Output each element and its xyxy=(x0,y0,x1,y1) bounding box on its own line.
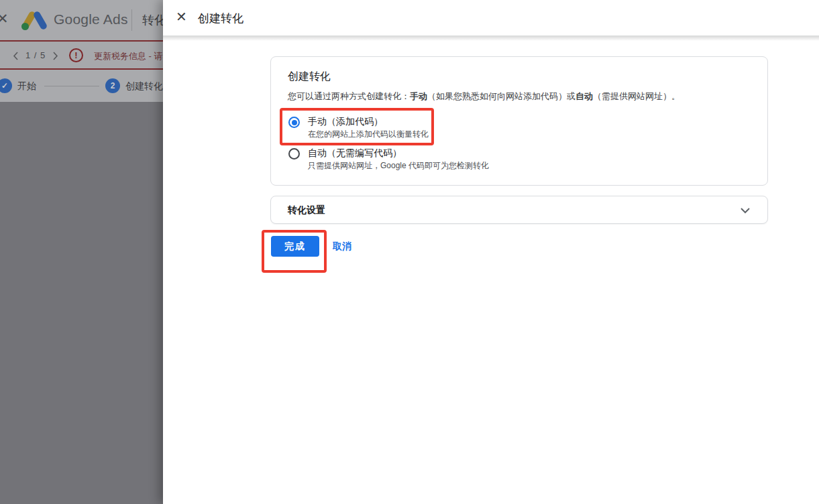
step-done-check-icon: ✓ xyxy=(0,78,12,93)
radio-auto[interactable] xyxy=(288,148,300,160)
alert-banner: 1 / 5 ! 更新税务信息 - 请检查 xyxy=(0,40,163,70)
card-title: 创建转化 xyxy=(288,70,331,84)
step-label-create-conversion: 创建转化操作 xyxy=(125,80,163,92)
conversion-method-card: 创建转化 您可以通过两种方式创建转化：手动（如果您熟悉如何向网站添加代码）或自动… xyxy=(270,56,768,186)
topbar-divider xyxy=(131,9,132,31)
radio-selected-dot xyxy=(292,120,297,125)
create-conversion-panel: ✕ 创建转化 创建转化 您可以通过两种方式创建转化：手动（如果您熟悉如何向网站添… xyxy=(163,0,819,504)
desc-part: （需提供网站网址）。 xyxy=(593,91,680,101)
warning-icon: ! xyxy=(69,48,83,62)
chevron-right-icon[interactable] xyxy=(51,51,59,64)
close-icon[interactable]: ✕ xyxy=(176,10,187,23)
cancel-link[interactable]: 取消 xyxy=(333,241,351,253)
done-button[interactable]: 完成 xyxy=(271,236,319,257)
desc-bold-manual: 手动 xyxy=(410,91,427,101)
card-description: 您可以通过两种方式创建转化：手动（如果您熟悉如何向网站添加代码）或自动（需提供网… xyxy=(288,90,680,103)
dimmed-workspace xyxy=(0,102,163,504)
desc-part: （如果您熟悉如何向网站添加代码）或 xyxy=(427,91,576,101)
screen: ✕ Google Ads 转化 1 / 5 ! 更新税务信息 - 请检查 ✓ 开… xyxy=(0,0,819,504)
alert-message[interactable]: 更新税务信息 - 请检查 xyxy=(94,50,163,62)
conversion-settings-expander[interactable]: 转化设置 xyxy=(270,196,768,224)
option-auto-description: 只需提供网站网址，Google 代码即可为您检测转化 xyxy=(308,160,489,172)
option-manual-description: 在您的网站上添加代码以衡量转化 xyxy=(308,129,429,140)
chevron-down-icon[interactable] xyxy=(740,205,751,216)
desc-bold-auto: 自动 xyxy=(576,91,593,101)
app-topbar: ✕ Google Ads 转化 xyxy=(0,0,163,40)
panel-title: 创建转化 xyxy=(198,11,243,26)
desc-part: 您可以通过两种方式创建转化： xyxy=(288,91,410,101)
radio-manual[interactable] xyxy=(288,117,300,128)
action-row: 完成 取消 xyxy=(163,224,819,284)
step-progress-bar: ✓ 开始 2 创建转化操作 xyxy=(0,70,163,102)
settings-label: 转化设置 xyxy=(288,204,325,216)
step-2-badge: 2 xyxy=(105,78,120,93)
topbar-nav-conversions[interactable]: 转化 xyxy=(142,12,163,28)
google-ads-logo-icon xyxy=(22,11,48,30)
alert-pagination: 1 / 5 xyxy=(25,50,46,60)
step-connector xyxy=(44,86,99,86)
panel-header: ✕ 创建转化 xyxy=(163,0,819,36)
brand-title: Google Ads xyxy=(54,11,128,27)
background-app: ✕ Google Ads 转化 1 / 5 ! 更新税务信息 - 请检查 ✓ 开… xyxy=(0,0,163,504)
logo-blue-bar xyxy=(32,10,48,30)
logo-green-dot xyxy=(21,23,29,30)
chevron-left-icon[interactable] xyxy=(12,51,20,64)
step-label-start: 开始 xyxy=(17,80,36,92)
app-close-icon[interactable]: ✕ xyxy=(0,11,9,25)
option-auto-label[interactable]: 自动（无需编写代码） xyxy=(308,147,402,160)
option-manual-label[interactable]: 手动（添加代码） xyxy=(308,116,383,128)
